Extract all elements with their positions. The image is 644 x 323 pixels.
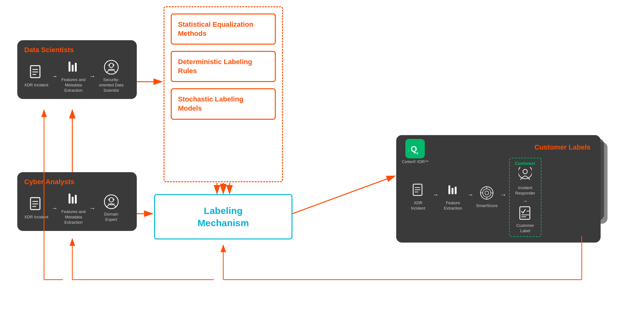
svg-point-20 — [108, 199, 110, 200]
cl-responder-label: Incident Responder — [514, 185, 537, 196]
data-scientists-title: Data Scientists — [24, 46, 130, 54]
diagram-container: Data Scientists XDR Incident → — [0, 0, 644, 323]
svg-point-39 — [523, 169, 527, 174]
labeling-mechanism-title: LabelingMechanism — [168, 205, 279, 229]
ds-features: Features and Metadata Extraction — [61, 59, 86, 93]
svg-rect-17 — [75, 195, 77, 204]
ds-xdr-incident: XDR Incident — [24, 64, 48, 88]
cl-checklist-icon — [519, 206, 531, 221]
svg-point-33 — [485, 191, 489, 195]
cl-smartscore: SmartScore — [476, 186, 498, 209]
arrow-1: → — [52, 73, 58, 79]
svg-rect-15 — [69, 194, 70, 204]
scientist-icon — [103, 59, 119, 75]
cl-xdr-label: XDR Incident — [406, 200, 430, 211]
svg-point-21 — [113, 199, 114, 200]
methods-box: Statistical Equalization Methods Determi… — [164, 6, 283, 182]
customer-flow: XDR Incident → Feature Extraction → — [403, 158, 594, 237]
ca-xdr-label: XDR Incident — [24, 215, 48, 220]
ca-expert-icon — [103, 194, 119, 210]
cyber-analysts-flow: XDR Incident → Features and Metadata Ext… — [24, 191, 130, 225]
ds-scientist-label: Security-oriented Data Scientist — [99, 77, 124, 93]
svg-rect-4 — [69, 62, 70, 72]
data-scientists-box: Data Scientists XDR Incident → — [17, 40, 137, 99]
ds-scientist: Security-oriented Data Scientist — [99, 59, 124, 93]
cl-incident-responder: Incident Responder — [514, 167, 537, 196]
labeling-mechanism-box: LabelingMechanism — [154, 194, 292, 239]
bars-icon — [65, 59, 82, 75]
cl-feature-extraction: Feature Extraction — [441, 183, 465, 211]
stochastic-method-title: Stochastic Labeling Models — [178, 95, 269, 113]
deterministic-method-title: Deterministic Labeling Rules — [178, 57, 269, 75]
cl-customer-label-text: Customer Label — [514, 223, 537, 234]
svg-rect-16 — [72, 197, 74, 204]
ca-expert: Domain Expert — [99, 194, 124, 222]
cl-arrow-3: → — [500, 191, 507, 198]
svg-rect-28 — [448, 185, 450, 194]
stochastic-method: Stochastic Labeling Models — [171, 88, 276, 119]
customer-labels-section-title: Customer Labels — [403, 141, 594, 151]
svg-point-10 — [113, 64, 114, 66]
ca-features: Features and Metadata Extraction — [61, 191, 86, 225]
cl-feature-label: Feature Extraction — [441, 200, 465, 211]
document-icon — [28, 64, 44, 81]
svg-line-61 — [292, 176, 395, 214]
cl-xdr-incident: XDR Incident — [406, 183, 430, 211]
cyber-analysts-box: Cyber Analysts XDR Incident → — [17, 172, 137, 231]
ca-xdr-incident: XDR Incident — [24, 196, 48, 220]
ca-bars-icon — [65, 191, 82, 207]
ca-expert-label: Domain Expert — [99, 212, 124, 222]
cortex-label: Cortex® XDR™ — [402, 160, 429, 165]
svg-rect-6 — [75, 63, 77, 72]
customer-dashed-section: Customer Incident Responder → — [509, 158, 541, 237]
ds-xdr-label: XDR Incident — [24, 83, 48, 88]
svg-rect-30 — [455, 187, 457, 194]
ca-features-label: Features and Metadata Extraction — [61, 209, 86, 225]
statistical-method: Statistical Equalization Methods — [171, 14, 276, 45]
customer-section-label: Customer — [515, 161, 535, 166]
cyber-analysts-title: Cyber Analysts — [24, 178, 130, 186]
ca-arrow-1: → — [52, 205, 58, 211]
cortex-logo: Q x — [405, 139, 425, 158]
data-scientists-flow: XDR Incident → Features and Metadata Ext… — [24, 59, 130, 93]
customer-card-main: Q x Cortex® XDR™ Customer Labels — [396, 135, 601, 243]
svg-text:x: x — [416, 151, 419, 155]
cl-person-icon — [519, 167, 532, 183]
deterministic-method: Deterministic Labeling Rules — [171, 51, 276, 82]
svg-point-32 — [483, 189, 491, 197]
svg-point-38 — [519, 167, 532, 179]
cl-customer-label: Customer Label — [514, 206, 537, 234]
statistical-method-title: Statistical Equalization Methods — [178, 20, 269, 38]
cl-brain-icon — [480, 186, 494, 201]
svg-rect-29 — [452, 188, 453, 194]
svg-rect-40 — [520, 207, 530, 219]
ca-document-icon — [28, 196, 44, 213]
ds-features-label: Features and Metadata Extraction — [61, 77, 86, 93]
arrow-2: → — [89, 73, 96, 79]
cl-document-icon — [413, 183, 424, 199]
svg-rect-5 — [72, 65, 74, 72]
cl-arrow-2: → — [467, 191, 474, 198]
customer-stack: Q x Cortex® XDR™ Customer Labels — [396, 135, 623, 242]
cl-smartscore-label: SmartScore — [476, 203, 498, 209]
svg-point-9 — [108, 64, 110, 66]
cl-arrow-1: → — [432, 191, 439, 198]
cl-bars-icon — [447, 183, 459, 199]
ca-arrow-2: → — [89, 205, 96, 211]
